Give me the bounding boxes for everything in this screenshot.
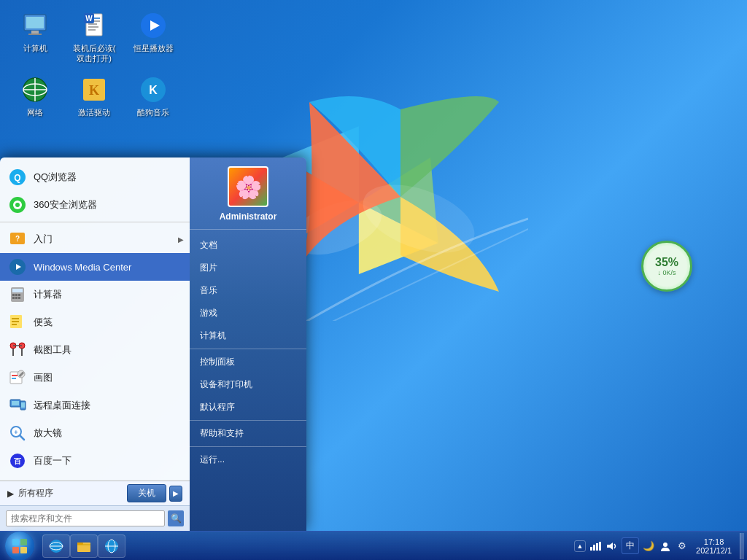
right-item-computer[interactable]: 计算机 (190, 324, 306, 347)
svg-rect-53 (12, 375, 18, 376)
desktop-icon-kugou-label: 酷狗音乐 (137, 107, 169, 117)
start-item-magnifier[interactable]: + 放大镜 (0, 419, 190, 447)
svg-point-81 (663, 542, 667, 547)
shutdown-row: 关机 ▶ (127, 484, 182, 502)
start-item-notes-label: 便笺 (34, 316, 53, 329)
taskbar-item-ie[interactable] (42, 534, 70, 558)
right-separator-4 (190, 446, 306, 447)
desktop-icons: 计算机 W 装机后必读(双击打 (7, 7, 181, 121)
svg-text:?: ? (15, 235, 20, 243)
start-item-wmc[interactable]: Windows Media Center (0, 253, 190, 281)
network-meter: 35% ↓ 0K/s (641, 241, 692, 292)
svg-rect-4 (31, 31, 39, 34)
search-button[interactable]: 🔍 (168, 510, 184, 526)
svg-rect-3 (26, 17, 44, 28)
system-tray: ▲ 中 🌙 (571, 533, 747, 559)
desktop-icon-computer[interactable]: 计算机 (7, 7, 63, 68)
all-programs-btn[interactable]: ▶ 所有程序 (7, 487, 53, 499)
separator-1 (0, 222, 190, 222)
right-item-run[interactable]: 运行... (190, 448, 306, 471)
start-item-360-label: 360安全浏览器 (34, 198, 97, 211)
svg-rect-76 (590, 547, 592, 551)
svg-rect-40 (18, 297, 20, 299)
tray-icon-volume[interactable] (605, 533, 619, 559)
show-desktop-button[interactable] (740, 533, 744, 559)
language-indicator[interactable]: 中 (622, 537, 639, 554)
svg-rect-78 (596, 543, 598, 551)
svg-rect-9 (88, 23, 97, 25)
user-name: Administrator (220, 211, 277, 222)
right-item-documents[interactable]: 文档 (190, 234, 306, 257)
clock-date: 2021/12/1 (696, 546, 732, 555)
desktop-icon-network[interactable]: 网络 (7, 71, 63, 121)
start-item-paint-label: 画图 (34, 371, 53, 384)
svg-marker-80 (607, 542, 613, 550)
start-item-paint[interactable]: 画图 (0, 364, 190, 392)
svg-rect-39 (15, 297, 18, 299)
svg-text:K: K (89, 83, 99, 98)
right-separator (190, 229, 306, 230)
user-avatar: 🌸 (228, 166, 268, 207)
svg-text:W: W (85, 15, 93, 23)
desktop: 计算机 W 装机后必读(双击打 (0, 0, 747, 560)
desktop-icon-network-label: 网络 (27, 107, 43, 117)
desktop-icon-hengxing[interactable]: 恒星播放器 (125, 7, 181, 68)
desktop-icon-activate-label: 激活驱动 (78, 107, 110, 117)
svg-rect-67 (20, 547, 27, 553)
start-item-magnifier-label: 放大镜 (34, 427, 62, 440)
svg-rect-36 (15, 294, 18, 296)
desktop-icon-setup-doc[interactable]: W 装机后必读(双击打开) (66, 7, 122, 68)
svg-rect-10 (88, 26, 98, 28)
svg-rect-56 (12, 401, 19, 405)
start-orb (5, 532, 34, 561)
start-item-remote[interactable]: 远程桌面连接 (0, 392, 190, 419)
start-button[interactable] (0, 532, 39, 561)
start-menu-bottom: ▶ 所有程序 关机 ▶ (0, 481, 190, 505)
tray-icon-user[interactable] (658, 533, 673, 559)
start-item-remote-label: 远程桌面连接 (34, 399, 90, 412)
right-item-music[interactable]: 音乐 (190, 279, 306, 302)
desktop-icon-kugou[interactable]: K 酷狗音乐 (125, 71, 181, 121)
start-item-intro-label: 入门 (34, 233, 53, 246)
search-input[interactable] (6, 510, 165, 526)
svg-text:K: K (149, 84, 158, 96)
desktop-icon-activate[interactable]: K 激活驱动 (66, 71, 122, 121)
shutdown-arrow-button[interactable]: ▶ (169, 486, 182, 502)
start-item-360-browser[interactable]: 360安全浏览器 (0, 191, 190, 219)
taskbar-item-explorer[interactable] (70, 534, 98, 558)
all-programs-label: 所有程序 (18, 487, 53, 499)
right-item-help[interactable]: 帮助和支持 (190, 422, 306, 445)
start-item-getting-started[interactable]: ? 入门 ▶ (0, 225, 190, 253)
svg-text:百: 百 (14, 457, 22, 465)
tray-expand[interactable]: ▲ (574, 540, 586, 552)
right-item-control-panel[interactable]: 控制面板 (190, 351, 306, 373)
right-separator-3 (190, 420, 306, 421)
start-item-calculator[interactable]: 计算器 (0, 281, 190, 308)
shutdown-button[interactable]: 关机 (127, 484, 166, 502)
right-separator-2 (190, 349, 306, 349)
start-item-baidu-label: 百度一下 (34, 454, 71, 467)
right-item-devices[interactable]: 设备和打印机 (190, 373, 306, 396)
start-search-bar: 🔍 (0, 505, 190, 531)
tray-icon-network[interactable] (588, 533, 603, 559)
right-item-games[interactable]: 游戏 (190, 302, 306, 324)
tray-icon-settings[interactable]: ⚙ (675, 533, 689, 559)
start-item-sticky-notes[interactable]: 便笺 (0, 308, 190, 336)
start-item-baidu[interactable]: 百 百度一下 (0, 447, 190, 475)
svg-rect-11 (88, 29, 96, 31)
start-item-snipping[interactable]: 截图工具 (0, 336, 190, 364)
system-clock[interactable]: 17:18 2021/12/1 (692, 537, 736, 555)
start-menu-right: 🌸 Administrator 文档 图片 音乐 游戏 计算机 控制面板 设备和… (190, 158, 306, 531)
svg-rect-54 (12, 378, 16, 379)
svg-text:Q: Q (14, 173, 20, 183)
svg-rect-79 (599, 542, 601, 551)
svg-rect-44 (12, 324, 17, 325)
right-item-pictures[interactable]: 图片 (190, 257, 306, 279)
taskbar-item-ie2[interactable] (98, 534, 125, 558)
all-programs-arrow: ▶ (7, 489, 14, 499)
tray-icon-moon[interactable]: 🌙 (641, 533, 656, 559)
svg-rect-38 (12, 297, 15, 299)
clock-time: 17:18 (704, 537, 724, 546)
right-item-defaults[interactable]: 默认程序 (190, 396, 306, 419)
start-item-qq-browser[interactable]: Q QQ浏览器 (0, 163, 190, 191)
